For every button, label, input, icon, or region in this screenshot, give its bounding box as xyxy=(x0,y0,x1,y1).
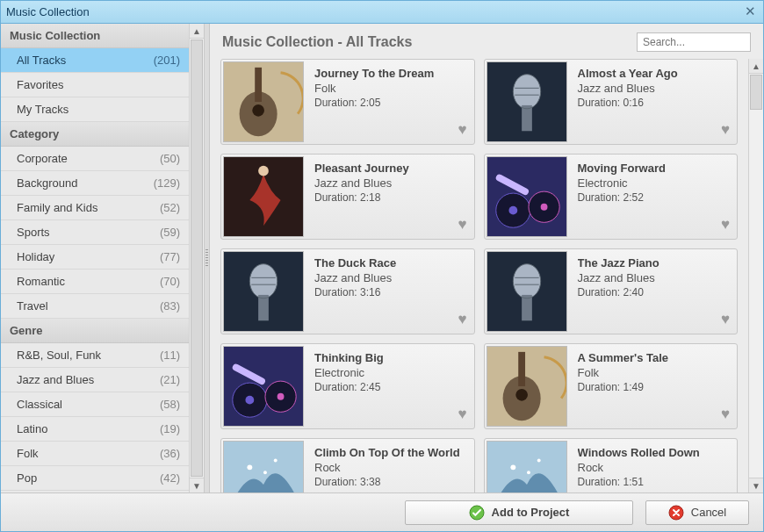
track-title: Climb On Top Of the World xyxy=(314,446,467,459)
add-to-project-button[interactable]: Add to Project xyxy=(405,500,633,525)
sidebar-item-label: R&B, Soul, Funk xyxy=(17,349,160,362)
main-scrollbar[interactable]: ▲ ▼ xyxy=(748,59,763,492)
svg-point-46 xyxy=(247,464,252,470)
track-duration: Duration: 0:16 xyxy=(578,97,731,109)
main-header: Music Collection - All Tracks xyxy=(210,24,763,59)
track-thumbnail[interactable] xyxy=(487,156,567,237)
sidebar-item-label: All Tracks xyxy=(17,54,154,67)
track-meta: A Summer's TaleFolkDuration: 1:49 xyxy=(569,344,738,428)
favorite-icon[interactable]: ♥ xyxy=(721,216,730,234)
sidebar-item[interactable]: Folk(36) xyxy=(1,442,189,466)
track-duration: Duration: 2:45 xyxy=(314,381,467,393)
svg-rect-42 xyxy=(518,352,525,386)
sidebar-item-label: Corporate xyxy=(17,152,160,165)
track-card[interactable]: Climb On Top Of the WorldRockDuration: 3… xyxy=(220,438,475,492)
track-meta: Moving ForwardElectronicDuration: 2:52 xyxy=(569,155,738,239)
svg-point-13 xyxy=(258,166,269,176)
sidebar-item-count: (59) xyxy=(160,226,180,239)
sidebar-item-label: Background xyxy=(17,176,154,190)
track-meta: Thinking BigElectronicDuration: 2:45 xyxy=(306,344,474,428)
track-thumbnail[interactable] xyxy=(223,441,304,492)
titlebar[interactable]: Music Collection ✕ xyxy=(1,1,763,24)
sidebar-item[interactable]: Family and Kids(52) xyxy=(1,196,189,220)
sidebar-item-count: (83) xyxy=(160,299,180,313)
sidebar: Music CollectionAll Tracks(201)Favorites… xyxy=(1,24,205,492)
sidebar-item[interactable]: Reggae(10) xyxy=(1,491,189,492)
track-thumbnail[interactable] xyxy=(223,156,304,237)
scroll-track[interactable] xyxy=(749,111,763,478)
favorite-icon[interactable]: ♥ xyxy=(458,406,466,423)
svg-point-17 xyxy=(508,206,517,215)
sidebar-item[interactable]: Holiday(77) xyxy=(1,245,189,270)
sidebar-item-label: My Tracks xyxy=(17,103,180,116)
cancel-circle-icon xyxy=(668,505,684,521)
cancel-button[interactable]: Cancel xyxy=(645,500,749,525)
sidebar-item-label: Latino xyxy=(17,422,160,435)
sidebar-item[interactable]: Background(129) xyxy=(1,171,189,196)
track-genre: Jazz and Blues xyxy=(314,271,467,284)
scroll-down-icon[interactable]: ▼ xyxy=(749,478,763,492)
favorite-icon[interactable]: ♥ xyxy=(458,216,466,234)
close-icon[interactable]: ✕ xyxy=(742,4,758,20)
sidebar-item[interactable]: My Tracks xyxy=(1,97,189,122)
track-thumbnail[interactable] xyxy=(487,441,567,492)
favorite-icon[interactable]: ♥ xyxy=(721,121,730,139)
svg-point-37 xyxy=(245,396,254,405)
track-thumbnail[interactable] xyxy=(487,251,567,332)
sidebar-item[interactable]: Travel(83) xyxy=(1,294,189,319)
track-card[interactable]: A Summer's TaleFolkDuration: 1:49♥ xyxy=(484,343,739,429)
sidebar-item[interactable]: Pop(42) xyxy=(1,466,189,491)
sidebar-item[interactable]: All Tracks(201) xyxy=(1,48,189,73)
favorite-icon[interactable]: ♥ xyxy=(458,121,466,139)
scroll-up-icon[interactable]: ▲ xyxy=(190,24,204,39)
favorite-icon[interactable]: ♥ xyxy=(721,406,730,423)
search-input[interactable] xyxy=(637,32,751,52)
track-title: A Summer's Tale xyxy=(578,351,731,364)
sidebar-scrollbar[interactable]: ▲ ▼ xyxy=(189,24,204,492)
scroll-thumb[interactable] xyxy=(191,40,203,477)
scroll-down-icon[interactable]: ▼ xyxy=(190,478,204,492)
track-genre: Jazz and Blues xyxy=(578,82,731,95)
svg-point-53 xyxy=(527,471,530,474)
track-duration: Duration: 3:16 xyxy=(314,286,467,298)
track-title: Pleasant Journey xyxy=(314,162,467,175)
sidebar-item[interactable]: Favorites xyxy=(1,73,189,97)
track-title: Almost a Year Ago xyxy=(578,67,731,80)
favorite-icon[interactable]: ♥ xyxy=(721,311,730,328)
track-duration: Duration: 1:51 xyxy=(578,476,731,488)
track-meta: Climb On Top Of the WorldRockDuration: 3… xyxy=(306,439,474,492)
scroll-up-icon[interactable]: ▲ xyxy=(749,59,763,74)
track-card[interactable]: Thinking BigElectronicDuration: 2:45♥ xyxy=(220,343,475,429)
track-thumbnail[interactable] xyxy=(223,346,304,427)
svg-point-3 xyxy=(252,104,264,117)
track-card[interactable]: Journey To the DreamFolkDuration: 2:05♥ xyxy=(220,59,475,145)
track-thumbnail[interactable] xyxy=(487,346,567,427)
sidebar-item[interactable]: R&B, Soul, Funk(11) xyxy=(1,343,189,368)
app-window: Music Collection ✕ Music CollectionAll T… xyxy=(0,0,764,532)
sidebar-item[interactable]: Latino(19) xyxy=(1,417,189,442)
scroll-thumb[interactable] xyxy=(750,75,762,110)
sidebar-item[interactable]: Jazz and Blues(21) xyxy=(1,368,189,392)
track-card[interactable]: Moving ForwardElectronicDuration: 2:52♥ xyxy=(484,154,739,240)
track-genre: Folk xyxy=(578,366,731,379)
track-thumbnail[interactable] xyxy=(223,251,304,332)
sidebar-item-label: Romantic xyxy=(17,275,160,288)
sidebar-item[interactable]: Classical(58) xyxy=(1,392,189,417)
track-card[interactable]: The Duck RaceJazz and BluesDuration: 3:1… xyxy=(220,248,475,334)
check-circle-icon xyxy=(469,505,485,521)
sidebar-item[interactable]: Corporate(50) xyxy=(1,147,189,171)
track-card[interactable]: Windows Rolled DownRockDuration: 1:51♥ xyxy=(484,438,739,492)
track-thumbnail[interactable] xyxy=(223,61,304,142)
sidebar-item[interactable]: Sports(59) xyxy=(1,220,189,245)
svg-point-39 xyxy=(277,393,285,400)
track-genre: Jazz and Blues xyxy=(578,271,731,284)
sidebar-item[interactable]: Romantic(70) xyxy=(1,270,189,294)
track-genre: Electronic xyxy=(578,176,731,190)
svg-rect-2 xyxy=(255,68,262,102)
track-card[interactable]: The Jazz PianoJazz and BluesDuration: 2:… xyxy=(484,248,739,334)
track-card[interactable]: Pleasant JourneyJazz and BluesDuration: … xyxy=(220,154,475,240)
sidebar-item-count: (70) xyxy=(160,275,180,288)
track-thumbnail[interactable] xyxy=(487,61,567,142)
favorite-icon[interactable]: ♥ xyxy=(458,311,466,328)
track-card[interactable]: Almost a Year AgoJazz and BluesDuration:… xyxy=(484,59,739,145)
